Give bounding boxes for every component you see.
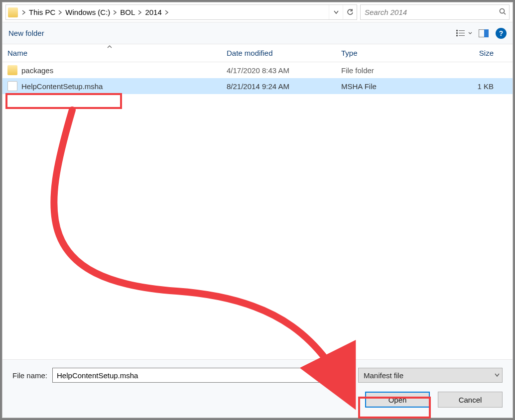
open-button[interactable]: Open [365, 392, 430, 408]
svg-rect-3 [459, 30, 465, 31]
folder-icon [6, 7, 20, 17]
folder-icon [7, 65, 17, 75]
chevron-down-icon[interactable] [492, 373, 502, 377]
new-folder-button[interactable]: New folder [8, 29, 44, 37]
file-icon [7, 81, 17, 91]
search-input[interactable] [364, 7, 499, 17]
breadcrumb-item[interactable]: BOL [119, 5, 136, 19]
bottom-panel: File name: Manifest file Open Cancel [2, 359, 513, 418]
column-header-row: Name Date modified Type Size [2, 44, 513, 62]
svg-rect-9 [484, 29, 489, 37]
breadcrumb-item[interactable]: 2014 [144, 5, 162, 19]
toolbar: New folder ? [2, 22, 513, 44]
chevron-right-icon[interactable] [111, 5, 119, 19]
svg-rect-6 [456, 35, 458, 36]
svg-rect-5 [459, 33, 465, 33]
preview-pane-button[interactable] [476, 25, 492, 41]
file-open-dialog: This PC Windows (C:) BOL 2014 [2, 2, 513, 418]
sort-ascending-icon [107, 44, 112, 49]
column-header-label: Name [7, 49, 27, 57]
svg-rect-4 [456, 32, 458, 34]
file-list[interactable]: packages 4/17/2020 8:43 AM File folder H… [2, 62, 513, 359]
file-date: 4/17/2020 8:43 AM [227, 66, 341, 75]
column-header-size[interactable]: Size [441, 49, 513, 57]
help-icon[interactable]: ? [496, 28, 507, 39]
chevron-right-icon[interactable] [56, 5, 64, 19]
search-box[interactable] [360, 4, 510, 20]
chevron-right-icon[interactable] [163, 5, 171, 19]
chevron-down-icon[interactable] [343, 373, 353, 377]
refresh-button[interactable] [343, 5, 357, 19]
svg-line-1 [504, 13, 506, 14]
breadcrumb-item[interactable]: This PC [28, 5, 56, 19]
search-icon[interactable] [499, 8, 506, 16]
column-header-date[interactable]: Date modified [227, 49, 341, 57]
file-type: File folder [341, 66, 441, 75]
file-name: packages [21, 66, 53, 75]
chevron-right-icon[interactable] [20, 5, 28, 19]
filename-combobox[interactable] [52, 368, 353, 383]
column-header-type[interactable]: Type [341, 49, 441, 57]
filter-label: Manifest file [364, 371, 492, 380]
cancel-button[interactable]: Cancel [438, 392, 503, 408]
file-type: MSHA File [341, 82, 441, 91]
svg-rect-2 [456, 30, 458, 31]
filename-label: File name: [12, 371, 47, 380]
file-name: HelpContentSetup.msha [21, 82, 103, 91]
filename-input[interactable] [53, 371, 343, 380]
file-size: 1 KB [441, 82, 513, 91]
view-mode-dropdown[interactable] [453, 25, 476, 41]
column-header-name[interactable]: Name [7, 49, 227, 57]
svg-point-0 [500, 9, 505, 13]
breadcrumb-item[interactable]: Windows (C:) [64, 5, 111, 19]
svg-rect-7 [459, 35, 465, 36]
list-item[interactable]: packages 4/17/2020 8:43 AM File folder [2, 62, 513, 78]
file-type-filter[interactable]: Manifest file [358, 368, 503, 383]
chevron-right-icon[interactable] [136, 5, 144, 19]
top-bar: This PC Windows (C:) BOL 2014 [2, 2, 513, 22]
address-bar[interactable]: This PC Windows (C:) BOL 2014 [5, 4, 357, 20]
file-date: 8/21/2014 9:24 AM [227, 82, 341, 91]
list-item[interactable]: HelpContentSetup.msha 8/21/2014 9:24 AM … [2, 78, 513, 94]
address-dropdown-button[interactable] [329, 5, 343, 19]
